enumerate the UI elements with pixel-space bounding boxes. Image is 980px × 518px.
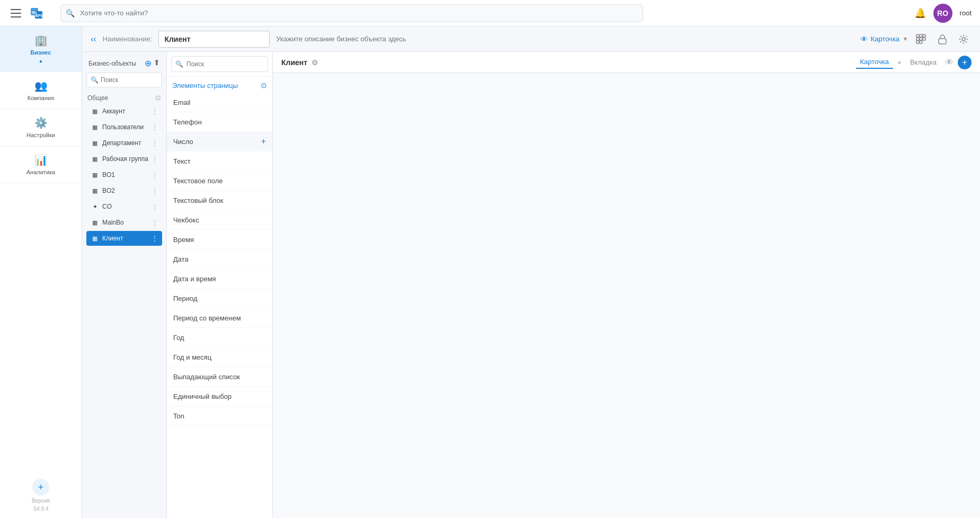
element-item-date[interactable]: Дата + <box>167 249 272 269</box>
search-input[interactable] <box>60 4 643 22</box>
element-checkbox-label: Чекбокс <box>173 216 199 224</box>
bo-item-account-menu[interactable]: ⋮ <box>152 108 158 115</box>
sidebar-item-business-label: Бизнес <box>31 49 51 56</box>
card-view-label: Карточка <box>871 35 899 43</box>
bo-item-bo1-menu[interactable]: ⋮ <box>152 171 158 178</box>
canvas-eye-icon[interactable]: 👁 <box>945 58 954 67</box>
element-textfield-label: Текстовое поле <box>173 177 222 185</box>
element-single-choice-label: Единичный выбор <box>173 392 231 400</box>
network-icon-button[interactable] <box>913 31 929 47</box>
lock-icon-button[interactable] <box>934 31 950 47</box>
element-item-number[interactable]: Число + <box>167 132 272 151</box>
tab-card[interactable]: Карточка <box>856 56 893 69</box>
bo-item-co[interactable]: ✦ CO ⋮ <box>86 199 162 214</box>
sidebar-item-settings[interactable]: ⚙️ Настройки <box>0 109 82 146</box>
bo-item-account[interactable]: ▦ Аккаунт ⋮ <box>86 104 162 119</box>
element-time-label: Время <box>173 236 194 244</box>
bo-item-account-icon: ▦ <box>91 107 99 115</box>
element-item-dropdown[interactable]: Выпадающий список + <box>167 367 272 387</box>
bo-item-workgroup-menu[interactable]: ⋮ <box>152 155 158 163</box>
description-input[interactable] <box>276 31 853 48</box>
svg-point-13 <box>962 38 965 41</box>
bo-item-co-label: CO <box>102 203 112 210</box>
card-view-button[interactable]: 👁 Карточка ▼ <box>860 35 908 43</box>
avatar[interactable]: RO <box>933 4 952 23</box>
sidebar-item-company[interactable]: 👥 Компания <box>0 72 82 109</box>
sidebar-add-button[interactable]: + <box>32 479 49 496</box>
bo-panel-search: 🔍 <box>86 73 162 87</box>
sidebar-item-settings-label: Настройки <box>26 132 55 138</box>
bo-item-users-label: Пользователи <box>102 123 144 131</box>
bo-item-department-menu[interactable]: ⋮ <box>152 139 158 147</box>
canvas-gear-icon[interactable]: ⚙ <box>311 58 318 67</box>
element-item-time[interactable]: Время + <box>167 230 272 249</box>
element-item-year-month[interactable]: Год и месяц + <box>167 347 272 367</box>
search-icon: 🔍 <box>66 9 75 17</box>
main-layout: 🏢 Бизнес ● 👥 Компания ⚙️ Настройки 📊 Ана… <box>0 26 980 518</box>
bo-section-collapse-icon[interactable]: ⊙ <box>155 94 161 102</box>
bo-item-mainbo-menu[interactable]: ⋮ <box>152 219 158 226</box>
element-item-checkbox[interactable]: Чекбокс + <box>167 210 272 230</box>
bo-item-department[interactable]: ▦ Департамент ⋮ <box>86 136 162 150</box>
bo-item-workgroup[interactable]: ▦ Рабочая группа ⋮ <box>86 151 162 166</box>
element-item-textblock[interactable]: Текстовый блок + <box>167 191 272 210</box>
settings-gear-icon <box>958 34 969 44</box>
bo-add-icon[interactable]: ⊕ <box>145 58 152 68</box>
svg-rect-4 <box>916 34 919 37</box>
name-field-input[interactable] <box>158 31 270 48</box>
bo-item-users-icon: ▦ <box>91 123 99 131</box>
canvas-add-button[interactable]: + <box>958 56 972 69</box>
analytics-icon: 📊 <box>34 154 48 166</box>
bo-item-co-menu[interactable]: ⋮ <box>152 203 158 210</box>
element-item-period[interactable]: Период + <box>167 289 272 308</box>
business-icon: 🏢 <box>34 34 48 47</box>
element-item-single-choice[interactable]: Единичный выбор + <box>167 387 272 406</box>
element-item-textfield[interactable]: Текстовое поле + <box>167 171 272 191</box>
version-number: S4.9.4 <box>33 506 49 512</box>
bo-item-users[interactable]: ▦ Пользователи ⋮ <box>86 120 162 135</box>
bo-export-icon[interactable]: ⬆ <box>154 58 160 68</box>
eye-icon: 👁 <box>860 35 868 43</box>
sidebar-item-company-label: Компания <box>28 95 54 101</box>
bo-item-department-label: Департамент <box>102 139 141 147</box>
sidebar-item-analytics[interactable]: 📊 Аналитика <box>0 146 82 183</box>
notifications-bell-icon[interactable]: 🔔 <box>914 7 926 19</box>
bo-item-bo1[interactable]: ▦ BO1 ⋮ <box>86 167 162 182</box>
svg-rect-9 <box>923 38 925 40</box>
element-item-year[interactable]: Год + <box>167 328 272 347</box>
back-button[interactable]: ‹‹ <box>91 34 96 44</box>
tab-tab[interactable]: Вкладка <box>906 56 941 68</box>
tabs-right: Карточка ● Вкладка 👁 + <box>856 56 972 69</box>
svg-rect-12 <box>939 39 946 44</box>
settings-icon: ⚙️ <box>34 117 48 129</box>
bo-item-mainbo-label: MainBo <box>102 219 124 226</box>
bo-item-bo2-icon: ▦ <box>91 186 99 195</box>
bo-item-workgroup-label: Рабочая группа <box>102 155 148 163</box>
element-item-ton[interactable]: Ton + <box>167 406 272 426</box>
element-item-datetime[interactable]: Дата и время + <box>167 269 272 289</box>
element-item-phone[interactable]: Телефон + <box>167 112 272 132</box>
topbar: My BPM 🔍 🔔 RO root <box>0 0 980 26</box>
bo-item-klient-menu[interactable]: ⋮ <box>152 235 158 242</box>
element-item-email[interactable]: Email + <box>167 93 272 112</box>
element-phone-label: Телефон <box>173 118 202 126</box>
bo-section-title: Общее <box>87 94 108 102</box>
elements-search-input[interactable] <box>171 56 268 72</box>
canvas-area: Клиент ⚙ Карточка ● Вкладка 👁 + <box>273 52 980 518</box>
bo-item-users-menu[interactable]: ⋮ <box>152 123 158 131</box>
bo-item-mainbo[interactable]: ▦ MainBo ⋮ <box>86 215 162 230</box>
hamburger-menu-button[interactable] <box>8 6 23 21</box>
canvas-body <box>273 73 980 518</box>
logo-icon: My BPM <box>30 5 50 22</box>
elements-collapse-button[interactable]: ⊙ <box>261 81 267 90</box>
bo-item-klient[interactable]: ▦ Клиент ⋮ <box>86 231 162 246</box>
sidebar-item-business[interactable]: 🏢 Бизнес ● <box>0 26 82 72</box>
sidebar-item-analytics-label: Аналитика <box>26 169 55 175</box>
element-item-text[interactable]: Текст + <box>167 151 272 171</box>
element-number-add-icon[interactable]: + <box>261 137 266 146</box>
gear-icon-button[interactable] <box>956 31 972 47</box>
bo-item-bo2-menu[interactable]: ⋮ <box>152 187 158 194</box>
element-item-period-time[interactable]: Период со временем + <box>167 308 272 328</box>
bo-item-bo2[interactable]: ▦ BO2 ⋮ <box>86 183 162 198</box>
canvas-title: Клиент <box>281 58 307 67</box>
